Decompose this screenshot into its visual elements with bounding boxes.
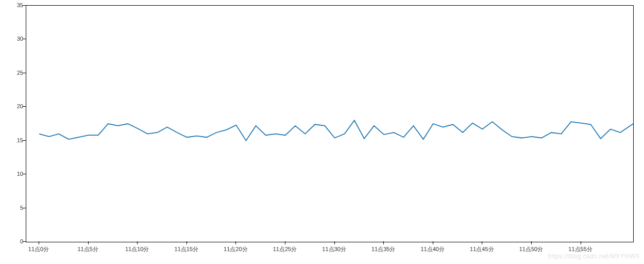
x-tick-label: 11点30分 — [322, 245, 346, 253]
x-tick — [39, 241, 39, 244]
x-tick-label: 11点35分 — [371, 245, 395, 253]
data-line — [39, 121, 633, 141]
chart-area — [26, 5, 634, 242]
y-tick-label: 5 — [10, 205, 23, 211]
x-tick-label: 11点0分 — [28, 245, 49, 253]
y-tick — [23, 174, 26, 174]
x-tick — [137, 241, 138, 244]
x-tick — [88, 241, 89, 244]
x-tick — [581, 241, 581, 244]
x-tick-label: 11点5分 — [77, 245, 98, 253]
x-tick-label: 11点40分 — [420, 245, 444, 253]
x-tick-label: 11点45分 — [470, 245, 494, 253]
x-tick-label: 11点50分 — [519, 245, 543, 253]
y-tick-label: 35 — [10, 2, 23, 8]
x-tick-label: 11点15分 — [175, 245, 198, 253]
x-tick-label: 11点20分 — [224, 245, 247, 253]
y-tick — [23, 208, 26, 208]
x-tick — [334, 241, 335, 244]
y-tick-label: 15 — [10, 137, 23, 143]
y-tick-label: 0 — [10, 238, 23, 244]
x-tick — [285, 241, 285, 244]
x-tick-label: 11点55分 — [568, 245, 592, 253]
x-tick-label: 11点25分 — [273, 245, 297, 253]
x-tick — [383, 241, 384, 244]
x-tick — [235, 241, 236, 244]
line-plot — [26, 6, 633, 242]
y-tick — [23, 140, 26, 141]
y-tick — [23, 39, 26, 39]
y-tick-label: 20 — [10, 103, 23, 109]
x-tick — [531, 241, 532, 244]
y-tick — [23, 5, 26, 6]
y-tick-label: 30 — [10, 36, 23, 42]
x-tick — [433, 241, 433, 244]
y-tick — [23, 241, 26, 242]
watermark-text: https://blog.csdn.net/MXYHWX — [548, 253, 640, 260]
y-tick — [23, 73, 26, 73]
y-tick-label: 25 — [10, 70, 23, 76]
x-tick — [187, 241, 187, 244]
y-tick-label: 10 — [10, 171, 23, 177]
y-tick — [23, 106, 26, 107]
x-tick — [482, 241, 482, 244]
x-tick-label: 11点10分 — [125, 245, 149, 253]
